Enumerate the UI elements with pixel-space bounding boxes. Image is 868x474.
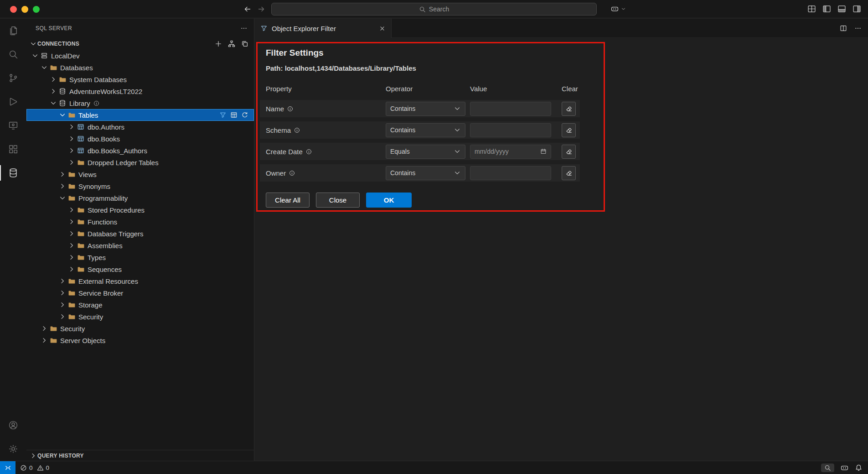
tab-object-explorer-filter[interactable]: Object Explorer Filter xyxy=(255,19,392,38)
connection-groups-icon[interactable] xyxy=(228,40,235,47)
operator-cell: Contains xyxy=(386,123,470,137)
tree-item-label: LocalDev xyxy=(51,52,80,60)
tree-item-views[interactable]: Views xyxy=(26,168,254,180)
property-label: Create Date xyxy=(266,148,303,156)
activity-item-search[interactable] xyxy=(0,42,26,66)
editor-area: Object Explorer Filter Filter Settings P… xyxy=(255,19,868,461)
clear-all-button[interactable]: Clear All xyxy=(266,193,310,208)
sidebar-more-actions-icon[interactable] xyxy=(240,25,248,32)
value-input[interactable] xyxy=(470,166,551,180)
close-tab-icon[interactable] xyxy=(379,25,386,32)
refresh-action[interactable] xyxy=(239,111,250,119)
tree-item-stored-procedures[interactable]: Stored Procedures xyxy=(26,204,254,216)
tree-item-security[interactable]: Security xyxy=(26,323,254,334)
close-button[interactable]: Close xyxy=(316,193,360,208)
navigate-forward-icon[interactable] xyxy=(257,5,265,13)
activity-item-explorer[interactable] xyxy=(0,19,26,42)
copilot-menu-button[interactable] xyxy=(610,4,626,14)
operator-select[interactable]: Contains xyxy=(386,166,465,180)
minimize-window-button[interactable] xyxy=(21,6,28,13)
search-input[interactable]: Search xyxy=(271,3,597,16)
connections-actions xyxy=(215,40,254,47)
value-input[interactable] xyxy=(470,123,551,137)
tree-item-external-resources[interactable]: External Resources xyxy=(26,275,254,287)
tree-item-tables[interactable]: Tables xyxy=(26,109,254,121)
close-window-button[interactable] xyxy=(10,6,17,13)
activity-item-extensions[interactable] xyxy=(0,137,26,161)
ok-button[interactable]: OK xyxy=(366,193,412,208)
operator-select[interactable]: Contains xyxy=(386,123,465,137)
titlebar: Search xyxy=(0,0,868,18)
new-table-action[interactable] xyxy=(228,111,239,119)
tree-item-library[interactable]: Library xyxy=(26,97,254,109)
clear-row-button[interactable] xyxy=(562,123,576,137)
toggle-sidebar-icon[interactable] xyxy=(822,4,832,14)
zoom-indicator[interactable] xyxy=(821,464,834,472)
split-editor-icon[interactable] xyxy=(840,25,847,32)
tree-item-dbo-books-authors[interactable]: dbo.Books_Authors xyxy=(26,145,254,156)
column-operator: Operator xyxy=(386,85,470,93)
filter-row-schema: SchemaContains xyxy=(260,121,580,139)
operator-value: Equals xyxy=(390,148,410,155)
tree-item-types[interactable]: Types xyxy=(26,251,254,263)
connections-section-header[interactable]: CONNECTIONS xyxy=(26,38,254,50)
toggle-secondary-sidebar-icon[interactable] xyxy=(852,4,862,14)
tree-item-label: Stored Procedures xyxy=(88,206,145,214)
value-input[interactable] xyxy=(470,102,551,116)
tree-item-functions[interactable]: Functions xyxy=(26,216,254,228)
copilot-status-icon[interactable] xyxy=(840,463,849,473)
tree-item-system-databases[interactable]: System Databases xyxy=(26,73,254,85)
remote-indicator[interactable] xyxy=(0,461,16,474)
chevron-right-icon xyxy=(58,301,67,308)
chevron-right-icon xyxy=(67,218,76,225)
tree-item-service-broker[interactable]: Service Broker xyxy=(26,287,254,299)
navigate-back-icon[interactable] xyxy=(243,5,252,13)
filter-row-name: NameContains xyxy=(260,100,580,117)
source-control-icon xyxy=(8,73,19,83)
clear-row-button[interactable] xyxy=(562,102,576,116)
tree-item-dbo-authors[interactable]: dbo.Authors xyxy=(26,121,254,133)
tree-item-adventureworkslt2022[interactable]: AdventureWorksLT2022 xyxy=(26,85,254,97)
problems-indicator[interactable]: 0 0 xyxy=(16,464,51,471)
clear-row-button[interactable] xyxy=(562,145,576,159)
notifications-bell-icon[interactable] xyxy=(855,464,863,472)
folder-icon xyxy=(77,254,85,261)
tree-item-storage[interactable]: Storage xyxy=(26,299,254,311)
zoom-window-button[interactable] xyxy=(33,6,40,13)
filter-row-create-date: Create DateEqualsmm/dd/yyyy xyxy=(260,143,580,160)
add-connection-icon[interactable] xyxy=(215,40,222,47)
tree-item-server-objects[interactable]: Server Objects xyxy=(26,334,254,346)
tree-item-actions xyxy=(217,111,254,119)
tree-item-security[interactable]: Security xyxy=(26,311,254,323)
activity-item-settings[interactable] xyxy=(0,437,26,461)
operator-select[interactable]: Contains xyxy=(386,102,465,116)
activity-item-source-control[interactable] xyxy=(0,66,26,90)
activity-item-sql-server[interactable] xyxy=(0,161,26,185)
tree-item-database-triggers[interactable]: Database Triggers xyxy=(26,228,254,240)
operator-select[interactable]: Equals xyxy=(386,145,465,159)
toggle-panel-icon[interactable] xyxy=(837,4,847,14)
activity-item-remote-explorer[interactable] xyxy=(0,114,26,137)
tree-item-dbo-books[interactable]: dbo.Books xyxy=(26,133,254,145)
activity-item-accounts[interactable] xyxy=(0,413,26,437)
tree-item-sequences[interactable]: Sequences xyxy=(26,263,254,275)
query-history-section-header[interactable]: QUERY HISTORY xyxy=(26,450,254,461)
tree-item-assemblies[interactable]: Assemblies xyxy=(26,240,254,251)
customize-layout-icon[interactable] xyxy=(807,4,816,14)
chevron-right-icon xyxy=(49,88,57,95)
filter-action[interactable] xyxy=(217,111,228,119)
tree-item-databases[interactable]: Databases xyxy=(26,62,254,73)
tree-item-programmability[interactable]: Programmability xyxy=(26,192,254,204)
chevron-right-icon xyxy=(49,76,57,83)
activity-item-run-and-debug[interactable] xyxy=(0,90,26,114)
chevron-right-icon xyxy=(40,337,48,344)
value-date-input[interactable]: mm/dd/yyyy xyxy=(470,145,551,159)
tree-item-dropped-ledger-tables[interactable]: Dropped Ledger Tables xyxy=(26,156,254,168)
clear-row-button[interactable] xyxy=(562,166,576,180)
tree-item-label: dbo.Authors xyxy=(88,123,124,131)
duplicate-connection-icon[interactable] xyxy=(241,40,248,47)
more-editor-actions-icon[interactable] xyxy=(854,25,862,32)
tree-item-localdev[interactable]: LocalDev xyxy=(26,50,254,62)
tree-item-synonyms[interactable]: Synonyms xyxy=(26,180,254,192)
tree-item-label: Security xyxy=(60,325,85,333)
